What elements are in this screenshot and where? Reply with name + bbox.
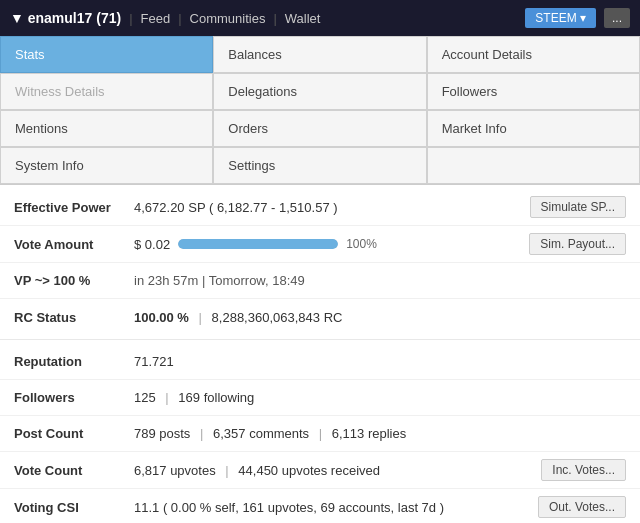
voting-csi-row: Voting CSI 11.1 ( 0.00 % self, 161 upvot… xyxy=(0,489,640,523)
brand-logo[interactable]: ▼ enamul17 (71) xyxy=(10,10,121,26)
post-count-value: 789 posts | 6,357 comments | 6,113 repli… xyxy=(134,426,626,441)
tab-system-info[interactable]: System Info xyxy=(0,147,213,184)
nav-wallet[interactable]: Wallet xyxy=(285,11,321,26)
effective-power-value: 4,672.20 SP ( 6,182.77 - 1,510.57 ) xyxy=(134,200,530,215)
tab-orders[interactable]: Orders xyxy=(213,110,426,147)
vote-count-label: Vote Count xyxy=(14,463,134,478)
rc-status-label: RC Status xyxy=(14,310,134,325)
followers-label: Followers xyxy=(14,390,134,405)
inc-votes-button[interactable]: Inc. Votes... xyxy=(541,459,626,481)
followers-count: 125 xyxy=(134,390,156,405)
tab-account-details[interactable]: Account Details xyxy=(427,36,640,73)
tab-settings[interactable]: Settings xyxy=(213,147,426,184)
vote-amount-value: $ 0.02 xyxy=(134,237,170,252)
vote-bar-container: $ 0.02 100% xyxy=(134,237,529,252)
top-navbar: ▼ enamul17 (71) | Feed | Communities | W… xyxy=(0,0,640,36)
post-count-label: Post Count xyxy=(14,426,134,441)
vote-progress-bar xyxy=(178,239,338,249)
post-count-row: Post Count 789 posts | 6,357 comments | … xyxy=(0,416,640,452)
tabs-grid: Stats Balances Account Details Witness D… xyxy=(0,36,640,185)
tab-balances[interactable]: Balances xyxy=(213,36,426,73)
stats-section-2: Reputation 71.721 Followers 125 | 169 fo… xyxy=(0,340,640,523)
reputation-value: 71.721 xyxy=(134,354,626,369)
followers-pipe: | xyxy=(165,390,168,405)
tab-delegations[interactable]: Delegations xyxy=(213,73,426,110)
vc-pipe: | xyxy=(225,463,228,478)
vp-value: in 23h 57m | Tomorrow, 18:49 xyxy=(134,273,626,288)
vp-label: VP ~> 100 % xyxy=(14,273,134,288)
pc-pipe1: | xyxy=(200,426,203,441)
tab-mentions[interactable]: Mentions xyxy=(0,110,213,147)
vote-count-value: 6,817 upvotes | 44,450 upvotes received xyxy=(134,463,541,478)
tab-followers[interactable]: Followers xyxy=(427,73,640,110)
rc-status-value: 100.00 % | 8,288,360,063,843 RC xyxy=(134,310,626,325)
effective-power-label: Effective Power xyxy=(14,200,134,215)
out-votes-button[interactable]: Out. Votes... xyxy=(538,496,626,518)
simulate-sp-button[interactable]: Simulate SP... xyxy=(530,196,626,218)
upvotes-received: 44,450 upvotes received xyxy=(238,463,380,478)
tab-witness-details: Witness Details xyxy=(0,73,213,110)
followers-row: Followers 125 | 169 following xyxy=(0,380,640,416)
vote-amount-row: Vote Amount $ 0.02 100% Sim. Payout... xyxy=(0,226,640,263)
sep3: | xyxy=(273,11,276,26)
sep2: | xyxy=(178,11,181,26)
upvotes-count: 6,817 upvotes xyxy=(134,463,216,478)
followers-value: 125 | 169 following xyxy=(134,390,626,405)
tab-stats[interactable]: Stats xyxy=(0,36,213,73)
rc-pct: 100.00 % xyxy=(134,310,189,325)
posts-count: 789 posts xyxy=(134,426,190,441)
nav-communities[interactable]: Communities xyxy=(190,11,266,26)
steem-dropdown-button[interactable]: STEEM ▾ xyxy=(525,8,596,28)
reputation-row: Reputation 71.721 xyxy=(0,344,640,380)
voting-csi-label: Voting CSI xyxy=(14,500,134,515)
rc-status-row: RC Status 100.00 % | 8,288,360,063,843 R… xyxy=(0,299,640,335)
stats-section-1: Effective Power 4,672.20 SP ( 6,182.77 -… xyxy=(0,185,640,340)
more-button[interactable]: ... xyxy=(604,8,630,28)
tab-empty xyxy=(427,147,640,184)
vote-amount-label: Vote Amount xyxy=(14,237,134,252)
nav-feed[interactable]: Feed xyxy=(141,11,171,26)
vp-row: VP ~> 100 % in 23h 57m | Tomorrow, 18:49 xyxy=(0,263,640,299)
following-count: 169 following xyxy=(178,390,254,405)
tab-market-info[interactable]: Market Info xyxy=(427,110,640,147)
sim-payout-button[interactable]: Sim. Payout... xyxy=(529,233,626,255)
vote-progress-fill xyxy=(178,239,338,249)
stats-content: Effective Power 4,672.20 SP ( 6,182.77 -… xyxy=(0,185,640,523)
comments-count: 6,357 comments xyxy=(213,426,309,441)
sep1: | xyxy=(129,11,132,26)
pc-pipe2: | xyxy=(319,426,322,441)
rc-pipe: | xyxy=(199,310,202,325)
vote-count-row: Vote Count 6,817 upvotes | 44,450 upvote… xyxy=(0,452,640,489)
voting-csi-value: 11.1 ( 0.00 % self, 161 upvotes, 69 acco… xyxy=(134,500,538,515)
reputation-label: Reputation xyxy=(14,354,134,369)
rc-amount: 8,288,360,063,843 RC xyxy=(212,310,343,325)
replies-count: 6,113 replies xyxy=(332,426,406,441)
effective-power-row: Effective Power 4,672.20 SP ( 6,182.77 -… xyxy=(0,189,640,226)
vote-pct-label: 100% xyxy=(346,237,377,251)
